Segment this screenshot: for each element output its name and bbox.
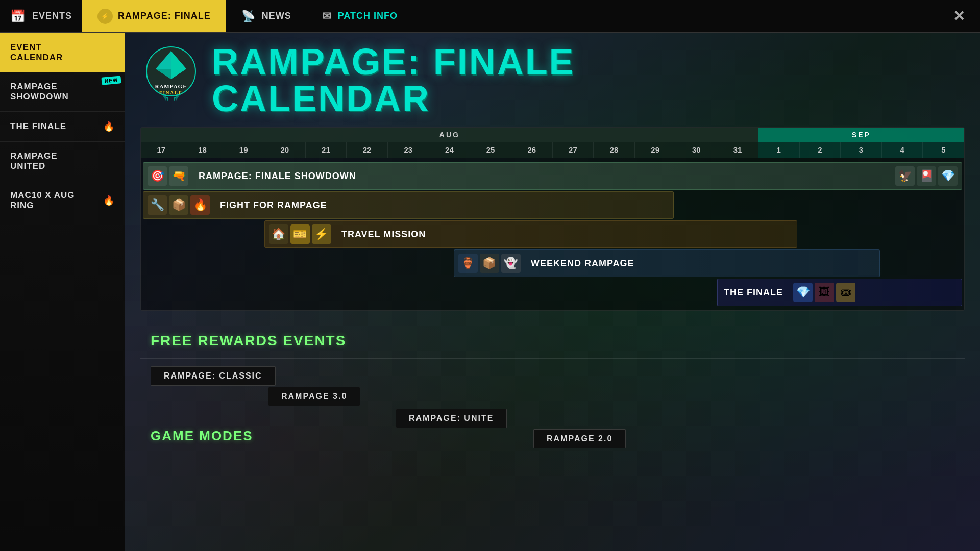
date-20: 20 [264, 142, 306, 158]
event-weekend-row[interactable]: 🏺 📦 👻 WEEKEND RAMPAGE [454, 249, 880, 277]
showdown-icon-5: 💎 [938, 166, 958, 186]
page-title: RAMPAGE: FINALE CALENDAR [212, 43, 575, 117]
event-showdown-row[interactable]: 🎯 🔫 RAMPAGE: FINALE SHOWDOWN 🦅 🎴 💎 [143, 162, 962, 190]
events-nav-item[interactable]: 📅 EVENTS [0, 9, 82, 23]
events-label: EVENTS [32, 11, 72, 21]
fight-icons: 🔧 📦 🔥 [143, 195, 214, 215]
left-sidebar: EVENTCALENDAR RAMPAGESHOWDOWN NEW THE FI… [0, 33, 125, 551]
sidebar-item-label: EVENTCALENDAR [10, 42, 63, 63]
top-navigation: 📅 EVENTS ⚡ RAMPAGE: FINALE 📡 NEWS ✉ PATC… [0, 0, 980, 33]
fight-icon-2: 📦 [169, 195, 188, 215]
finale-label: THE FINALE [718, 287, 789, 298]
title-line2: CALENDAR [212, 78, 430, 119]
month-header-row: AUG SEP [141, 128, 964, 142]
game-mode-rampage2[interactable]: RAMPAGE 2.0 [533, 429, 626, 448]
date-25: 25 [470, 142, 511, 158]
close-button[interactable]: ✕ [938, 8, 980, 24]
active-tab-rampage-finale[interactable]: ⚡ RAMPAGE: FINALE [82, 0, 226, 32]
date-24: 24 [429, 142, 471, 158]
finale-icons: 💎 🖼 🎟 [789, 283, 860, 302]
rampage-finale-logo: RAMPAGE FINALE [140, 43, 202, 110]
sep-header: SEP [758, 128, 964, 142]
date-26: 26 [511, 142, 553, 158]
date-sep2: 2 [800, 142, 841, 158]
date-sep4: 4 [882, 142, 923, 158]
event-finale-row[interactable]: THE FINALE 💎 🖼 🎟 [717, 279, 962, 306]
sidebar-item-mac10[interactable]: MAC10 X AUGRING 🔥 [0, 181, 125, 220]
game-mode-rampage3[interactable]: RAMPAGE 3.0 [268, 387, 360, 406]
sep-label: SEP [852, 131, 871, 139]
sidebar-item-rampage-united[interactable]: RAMPAGEUNITED [0, 142, 125, 181]
aug-header: AUG [141, 128, 758, 142]
event-fight-row[interactable]: 🔧 📦 🔥 FIGHT FOR RAMPAGE [143, 191, 674, 219]
sidebar-item-label: THE FINALE [10, 121, 66, 132]
classic-label: RAMPAGE: CLASSIC [164, 371, 262, 381]
fight-icon-3: 🔥 [190, 195, 210, 215]
sidebar-item-label: RAMPAGESHOWDOWN [10, 82, 69, 102]
game-mode-unite[interactable]: RAMPAGE: UNITE [396, 409, 507, 428]
game-modes-label: GAME MODES [140, 424, 263, 448]
date-19: 19 [223, 142, 264, 158]
date-sep3: 3 [841, 142, 882, 158]
live-icon: 📡 [241, 10, 256, 23]
fight-icon-1: 🔧 [148, 195, 167, 215]
date-22: 22 [347, 142, 388, 158]
travel-icons: 🏠 🎫 ⚡ [265, 224, 335, 244]
rampage2-label: RAMPAGE 2.0 [547, 434, 612, 443]
date-18: 18 [182, 142, 224, 158]
game-mode-classic[interactable]: RAMPAGE: CLASSIC [151, 366, 276, 386]
showdown-icons: 🎯 🔫 [143, 166, 192, 186]
travel-label: TRAVEL MISSION [335, 229, 432, 240]
weekend-label: WEEKEND RAMPAGE [525, 258, 641, 269]
finale-icon-3: 🎟 [836, 283, 855, 302]
section-divider-1 [140, 321, 965, 321]
finale-icon-1: 💎 [793, 283, 813, 302]
new-badge: NEW [101, 76, 121, 85]
sidebar-item-label: MAC10 X AUGRING [10, 190, 75, 211]
patch-label: PATCH INFO [338, 11, 398, 21]
title-line1: RAMPAGE: FINALE [212, 41, 575, 82]
sidebar-item-the-finale[interactable]: THE FINALE 🔥 [0, 112, 125, 142]
showdown-icon-3: 🦅 [895, 166, 915, 186]
calendar-icon: 📅 [10, 9, 26, 23]
free-rewards-row: FREE REWARDS EVENTS [140, 327, 965, 353]
date-23: 23 [388, 142, 429, 158]
showdown-icons-right: 🦅 🎴 💎 [891, 166, 962, 186]
sidebar-item-event-calendar[interactable]: EVENTCALENDAR [0, 33, 125, 72]
fire-badge: 🔥 [103, 121, 115, 132]
unite-label: RAMPAGE: UNITE [409, 414, 494, 423]
content-header: RAMPAGE FINALE RAMPAGE: FINALE CALENDAR [140, 43, 965, 117]
showdown-label: RAMPAGE: FINALE SHOWDOWN [192, 171, 362, 182]
showdown-icon-1: 🎯 [148, 166, 167, 186]
weekend-icon-3: 👻 [501, 254, 521, 273]
sidebar-item-label: RAMPAGEUNITED [10, 151, 58, 171]
date-27: 27 [553, 142, 594, 158]
date-21: 21 [306, 142, 347, 158]
rampage-mini-logo: ⚡ [97, 9, 113, 24]
weekend-icons: 🏺 📦 👻 [454, 254, 525, 273]
aug-label: AUG [439, 131, 460, 139]
fight-label: FIGHT FOR RAMPAGE [214, 200, 333, 211]
finale-icon-2: 🖼 [815, 283, 834, 302]
game-modes-area: RAMPAGE: CLASSIC RAMPAGE 3.0 RAMPAGE: UN… [140, 364, 965, 445]
dates-row: 17 18 19 20 21 22 23 24 25 26 27 28 29 3… [141, 142, 964, 158]
close-icon: ✕ [953, 8, 965, 24]
weekend-icon-2: 📦 [480, 254, 499, 273]
sidebar-item-rampage-showdown[interactable]: RAMPAGESHOWDOWN NEW [0, 72, 125, 112]
active-tab-label: RAMPAGE: FINALE [118, 11, 211, 21]
date-28: 28 [594, 142, 635, 158]
travel-icon-3: ⚡ [312, 224, 331, 244]
events-area: 🎯 🔫 RAMPAGE: FINALE SHOWDOWN 🦅 🎴 💎 🔧 📦 🔥 [141, 158, 964, 310]
patch-info-nav-item[interactable]: ✉ PATCH INFO [307, 10, 413, 23]
event-travel-row[interactable]: 🏠 🎫 ⚡ TRAVEL MISSION [264, 220, 797, 248]
showdown-icon-2: 🔫 [169, 166, 188, 186]
news-nav-item[interactable]: 📡 NEWS [226, 10, 307, 23]
svg-text:RAMPAGE: RAMPAGE [155, 83, 187, 89]
date-17: 17 [141, 142, 182, 158]
travel-icon-2: 🎫 [290, 224, 310, 244]
rampage3-label: RAMPAGE 3.0 [281, 392, 347, 401]
main-content: RAMPAGE FINALE RAMPAGE: FINALE CALENDAR … [125, 33, 980, 551]
travel-icon-1: 🏠 [269, 224, 288, 244]
news-label: NEWS [262, 11, 291, 21]
section-divider-2 [140, 358, 965, 359]
